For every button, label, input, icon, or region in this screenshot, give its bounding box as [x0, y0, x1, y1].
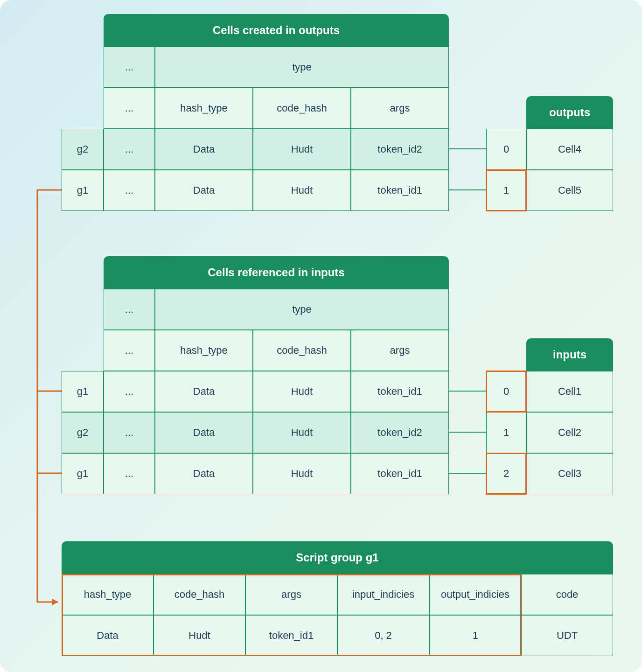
outputs-cells-r1-c3: Hudt [253, 170, 351, 211]
inputs-cells-h1c1: ... [104, 289, 155, 330]
outputs-side-r1-val: Cell5 [526, 170, 613, 211]
outputs-cells-r1-c2: Data [155, 170, 253, 211]
inputs-cells-title: Cells referenced in inputs [104, 256, 449, 289]
outputs-cells-h2c2: hash_type [155, 88, 253, 129]
inputs-side-r2-val: Cell3 [526, 453, 613, 494]
outputs-cells-r0-c3: Hudt [253, 129, 351, 170]
inputs-cells-h2c1: ... [104, 330, 155, 371]
inputs-cells-r2-c1: ... [104, 453, 155, 494]
outputs-cells-h2c3: code_hash [253, 88, 351, 129]
outputs-cells-h1c1: ... [104, 47, 155, 88]
inputs-cells-r2-c3: Hudt [253, 453, 351, 494]
outputs-side-r0-val: Cell4 [526, 129, 613, 170]
inputs-side-r0-val: Cell1 [526, 371, 613, 412]
sg-v1: Hudt [154, 615, 245, 656]
outputs-cells-r1-c4: token_id1 [351, 170, 449, 211]
outputs-cells-r0-c1: ... [104, 129, 155, 170]
outputs-cells-r1-g: g1 [62, 170, 104, 211]
inputs-side-r0-idx: 0 [486, 371, 526, 412]
diagram-canvas: Cells created in outputs ... type ... ha… [0, 0, 642, 672]
inputs-side-r2-idx: 2 [486, 453, 526, 494]
sg-h5: code [521, 574, 613, 615]
sg-h1: code_hash [154, 574, 245, 615]
sg-v3: 0, 2 [337, 615, 429, 656]
outputs-cells-title: Cells created in outputs [104, 14, 449, 47]
inputs-side-title: inputs [526, 338, 613, 371]
inputs-cells-r0-c3: Hudt [253, 371, 351, 412]
outputs-side-title: outputs [526, 96, 613, 129]
inputs-cells-r0-c1: ... [104, 371, 155, 412]
inputs-side-r1-val: Cell2 [526, 412, 613, 453]
inputs-cells-r0-g: g1 [62, 371, 104, 412]
sg-v4: 1 [429, 615, 521, 656]
outputs-side-r1-idx: 1 [486, 170, 526, 211]
sg-v2: token_id1 [245, 615, 337, 656]
svg-marker-5 [52, 599, 58, 605]
inputs-cells-r0-c2: Data [155, 371, 253, 412]
sg-v0: Data [62, 615, 154, 656]
outputs-cells-h2c4: args [351, 88, 449, 129]
outputs-cells-h2c1: ... [104, 88, 155, 129]
inputs-cells-r2-c4: token_id1 [351, 453, 449, 494]
inputs-cells-h2c2: hash_type [155, 330, 253, 371]
outputs-cells-r0-c4: token_id2 [351, 129, 449, 170]
outputs-side-r0-idx: 0 [486, 129, 526, 170]
inputs-cells-r1-g: g2 [62, 412, 104, 453]
inputs-cells-r1-c4: token_id2 [351, 412, 449, 453]
sg-h0: hash_type [62, 574, 154, 615]
script-group-title: Script group g1 [62, 541, 613, 574]
sg-h3: input_indicies [337, 574, 429, 615]
outputs-cells-h1c2: type [155, 47, 449, 88]
inputs-side-r1-idx: 1 [486, 412, 526, 453]
sg-h4: output_indicies [429, 574, 521, 615]
sg-h2: args [245, 574, 337, 615]
inputs-cells-r1-c3: Hudt [253, 412, 351, 453]
inputs-cells-r0-c4: token_id1 [351, 371, 449, 412]
outputs-cells-r0-g: g2 [62, 129, 104, 170]
outputs-cells-r1-c1: ... [104, 170, 155, 211]
inputs-cells-r1-c2: Data [155, 412, 253, 453]
sg-v5: UDT [521, 615, 613, 656]
inputs-cells-r2-g: g1 [62, 453, 104, 494]
inputs-cells-r1-c1: ... [104, 412, 155, 453]
inputs-cells-r2-c2: Data [155, 453, 253, 494]
outputs-cells-r0-c2: Data [155, 129, 253, 170]
inputs-cells-h2c4: args [351, 330, 449, 371]
inputs-cells-h2c3: code_hash [253, 330, 351, 371]
inputs-cells-h1c2: type [155, 289, 449, 330]
